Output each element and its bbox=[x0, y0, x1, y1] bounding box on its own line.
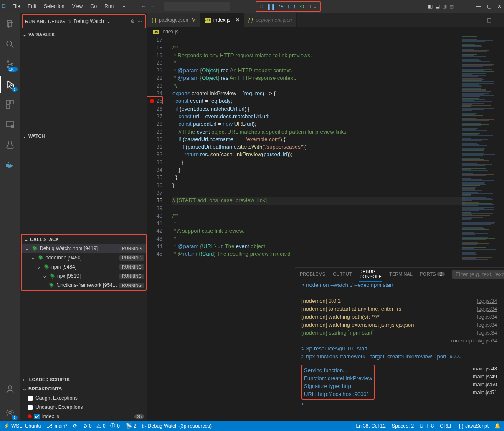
activity-run-debug-icon[interactable]: 1 bbox=[0, 76, 20, 93]
menu-view[interactable]: View bbox=[68, 2, 86, 11]
activity-source-control-icon[interactable]: 1K+ bbox=[0, 56, 20, 73]
start-debug-icon[interactable]: ▷ bbox=[68, 18, 71, 24]
callstack-row[interactable]: 🪲Debug Watch: npm [9419]RUNNING bbox=[22, 244, 146, 253]
window-maximize-icon[interactable]: ▢ bbox=[487, 3, 491, 9]
panel-tab-terminal[interactable]: TERMINAL bbox=[389, 269, 413, 279]
tab-package-json[interactable]: { }package.jsonM bbox=[147, 13, 200, 27]
bp-uncaught-exceptions[interactable]: Uncaught Exceptions bbox=[20, 403, 147, 412]
debug-config-gear-icon[interactable]: ⚙ bbox=[130, 18, 135, 24]
activity-settings-icon[interactable]: 1 bbox=[0, 404, 20, 421]
console-source-link[interactable]: main.js:48 bbox=[473, 365, 497, 373]
window-minimize-icon[interactable]: — bbox=[476, 3, 481, 9]
activity-extensions-icon[interactable] bbox=[0, 96, 20, 113]
nav-forward-icon[interactable]: → bbox=[150, 3, 155, 9]
menu-edit[interactable]: Edit bbox=[24, 2, 40, 11]
command-center-search[interactable] bbox=[164, 2, 230, 11]
status-notifications-icon[interactable]: 🔔 bbox=[494, 423, 501, 429]
bp-file-checkbox[interactable] bbox=[34, 414, 40, 419]
status-cursor-position[interactable]: Ln 38, Col 12 bbox=[356, 423, 386, 429]
callstack-row[interactable]: 🪲nodemon [9450]RUNNING bbox=[22, 253, 146, 262]
activity-testing-icon[interactable] bbox=[0, 136, 20, 153]
panel-tab-problems[interactable]: PROBLEMS bbox=[300, 269, 325, 279]
status-sync[interactable]: ⟳ bbox=[73, 423, 77, 429]
status-problems[interactable]: ⊘0 ⚠0 ⓘ0 bbox=[83, 423, 120, 430]
svg-rect-16 bbox=[10, 164, 11, 165]
debug-config-select[interactable]: Debug Watch bbox=[74, 18, 104, 24]
status-language[interactable]: { }JavaScript bbox=[459, 423, 489, 429]
callstack-section: CALL STACK 🪲Debug Watch: npm [9419]RUNNI… bbox=[21, 234, 147, 291]
console-source-link[interactable]: log.js:34 bbox=[477, 329, 497, 337]
callstack-header[interactable]: CALL STACK bbox=[22, 235, 146, 244]
callstack-row[interactable]: 🪲npm [9484]RUNNING bbox=[22, 262, 146, 271]
chevron-down-icon[interactable]: ⌄ bbox=[313, 3, 317, 9]
loaded-scripts-header[interactable]: LOADED SCRIPTS bbox=[20, 375, 147, 384]
menu-file[interactable]: File bbox=[9, 2, 23, 11]
console-source-link[interactable]: main.js:49 bbox=[473, 373, 497, 380]
status-branch[interactable]: ⎇main* bbox=[47, 423, 67, 429]
bp-file-row[interactable]: index.js25 bbox=[20, 412, 147, 421]
status-eol[interactable]: CRLF bbox=[440, 423, 453, 429]
layout-panel-bottom-icon[interactable]: ⬓ bbox=[435, 3, 440, 9]
activity-bar: 1K+ 1 1 bbox=[0, 13, 20, 421]
window-close-icon[interactable]: ✕ bbox=[497, 3, 501, 9]
console-source-link[interactable]: main.js:51 bbox=[473, 388, 497, 396]
split-editor-icon[interactable]: ◫ bbox=[487, 17, 491, 23]
activity-docker-icon[interactable] bbox=[0, 156, 20, 173]
console-source-link[interactable]: main.js:50 bbox=[473, 380, 497, 388]
panel-tab-output[interactable]: OUTPUT bbox=[333, 269, 352, 279]
breadcrumb[interactable]: JS index.js › ... bbox=[147, 27, 504, 36]
watch-section-header[interactable]: WATCH bbox=[20, 132, 147, 141]
callstack-row[interactable]: 🪲functions-framework [954...RUNNING bbox=[22, 281, 146, 290]
minimap[interactable] bbox=[462, 36, 500, 270]
console-source-link[interactable]: log.js:34 bbox=[477, 313, 497, 321]
debug-stop-icon[interactable]: □ bbox=[306, 3, 312, 10]
tab-deployment-json[interactable]: { }deployment.json bbox=[244, 13, 297, 27]
debug-drag-handle-icon[interactable]: ⁞⁞ bbox=[259, 3, 264, 10]
menu-run[interactable]: Run bbox=[101, 2, 117, 11]
status-remote[interactable]: ⚡WSL: Ubuntu bbox=[3, 423, 41, 429]
run-debug-title: RUN AND DEBUG bbox=[25, 19, 65, 24]
nav-back-icon[interactable]: ← bbox=[141, 3, 146, 9]
console-source-link[interactable]: log.js:34 bbox=[477, 321, 497, 329]
tab-modified-indicator: M bbox=[192, 17, 196, 23]
status-ports[interactable]: 📡2 bbox=[126, 423, 137, 429]
menu-overflow[interactable]: ··· bbox=[118, 2, 129, 11]
activity-account-icon[interactable] bbox=[0, 381, 20, 398]
panel-tab-debug-console[interactable]: DEBUG CONSOLE bbox=[359, 266, 382, 282]
console-source-link[interactable]: run-script-pkg.js:64 bbox=[451, 337, 497, 345]
bp-uncaught-checkbox[interactable] bbox=[28, 405, 33, 410]
layout-panel-right-icon[interactable]: ◨ bbox=[442, 3, 447, 9]
variables-section-header[interactable]: VARIABLES bbox=[20, 30, 147, 39]
tab-close-icon[interactable]: ✕ bbox=[236, 17, 240, 23]
tab-index-js[interactable]: JSindex.js✕ bbox=[200, 13, 244, 27]
debug-pause-icon[interactable]: ❚❚ bbox=[266, 3, 276, 10]
chevron-down-icon[interactable]: ⌄ bbox=[106, 18, 111, 24]
callstack-status: RUNNING bbox=[119, 264, 144, 270]
console-source-link[interactable]: log.js:34 bbox=[477, 297, 497, 305]
status-indentation[interactable]: Spaces: 2 bbox=[392, 423, 414, 429]
activity-explorer-icon[interactable] bbox=[0, 16, 20, 33]
overflow-icon[interactable]: ⋯ bbox=[137, 18, 142, 24]
bp-caught-checkbox[interactable] bbox=[28, 396, 33, 401]
layout-customize-icon[interactable]: ▦ bbox=[449, 3, 454, 9]
more-actions-icon[interactable]: ⋯ bbox=[495, 17, 500, 23]
callstack-row[interactable]: 🪲npx [9519]RUNNING bbox=[22, 271, 146, 281]
debug-step-into-icon[interactable]: ↓ bbox=[286, 3, 291, 10]
layout-panel-left-icon[interactable]: ◧ bbox=[428, 3, 433, 9]
console-source-link[interactable]: log.js:34 bbox=[477, 305, 497, 313]
debug-step-over-icon[interactable]: ↷ bbox=[278, 3, 284, 10]
status-encoding[interactable]: UTF-8 bbox=[420, 423, 434, 429]
debug-console[interactable]: > nodemon --watch ./ --exec npm start [n… bbox=[295, 280, 504, 411]
menu-go[interactable]: Go bbox=[87, 2, 100, 11]
debug-console-filter[interactable] bbox=[452, 270, 504, 279]
panel-tab-ports[interactable]: PORTS2 bbox=[420, 269, 445, 279]
console-input-prompt[interactable]: › bbox=[301, 400, 497, 408]
activity-remote-explorer-icon[interactable] bbox=[0, 116, 20, 133]
menu-selection[interactable]: Selection bbox=[41, 2, 68, 11]
debug-step-out-icon[interactable]: ↑ bbox=[292, 3, 297, 10]
breakpoints-header[interactable]: BREAKPOINTS bbox=[20, 384, 147, 393]
activity-search-icon[interactable] bbox=[0, 36, 20, 53]
bp-caught-exceptions[interactable]: Caught Exceptions bbox=[20, 393, 147, 403]
debug-restart-icon[interactable]: ⟲ bbox=[299, 3, 305, 10]
status-debug-session[interactable]: ▷Debug Watch (3p-resources) bbox=[142, 423, 212, 429]
